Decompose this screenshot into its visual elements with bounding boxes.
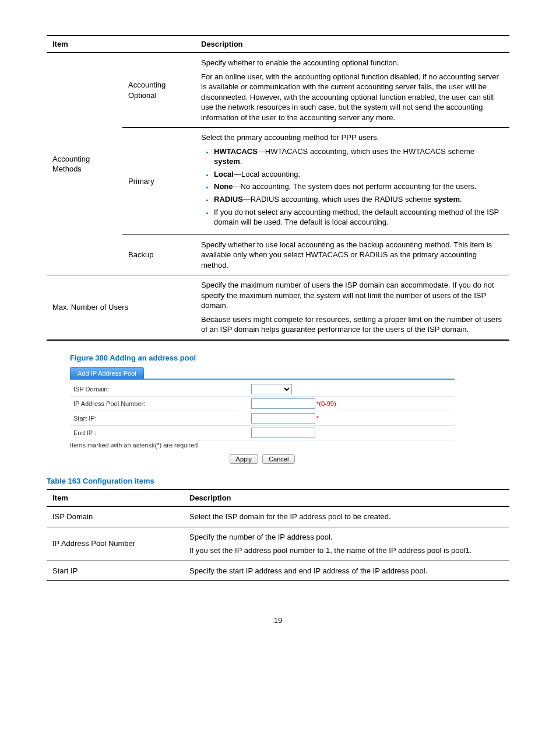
isp-domain-label: ISP Domain: xyxy=(73,386,251,393)
t2-start-ip: Start IP xyxy=(47,561,184,581)
tab-add-ip-pool[interactable]: Add IP Address Pool xyxy=(70,367,144,379)
isp-domain-select[interactable] xyxy=(251,384,292,394)
max-users-label: Max. Number of Users xyxy=(47,275,195,340)
config-items-table: Item Description ISP Domain Select the I… xyxy=(47,489,509,581)
t2-pool-num-desc: Specify the number of the IP address poo… xyxy=(184,527,509,561)
pool-range-hint: *(0-99) xyxy=(316,400,336,407)
primary-sublabel: Primary xyxy=(122,128,195,235)
start-ip-required: * xyxy=(316,415,319,422)
backup-sublabel: Backup xyxy=(122,235,195,275)
required-note: Items marked with an asterisk(*) are req… xyxy=(70,440,455,452)
t2-start-ip-desc: Specify the start IP address and end IP … xyxy=(184,561,509,581)
apply-button[interactable]: Apply xyxy=(230,454,259,464)
table2-caption: Table 163 Configuration items xyxy=(47,477,509,485)
start-ip-input[interactable] xyxy=(251,413,315,424)
end-ip-input[interactable] xyxy=(251,428,315,438)
end-ip-label: End IP : xyxy=(73,429,251,436)
cancel-button[interactable]: Cancel xyxy=(262,454,295,464)
pool-number-label: IP Address Pool Number: xyxy=(73,400,251,407)
figure-caption: Figure 380 Adding an address pool xyxy=(70,354,509,362)
t2-isp-domain-desc: Select the ISP domain for the IP address… xyxy=(184,506,509,527)
start-ip-label: Start IP: xyxy=(73,415,251,422)
col-item: Item xyxy=(47,36,195,52)
pool-number-input[interactable] xyxy=(251,398,315,409)
t2-col-item: Item xyxy=(47,489,184,506)
accounting-optional-sublabel: Accounting Optional xyxy=(122,52,195,128)
t2-col-desc: Description xyxy=(184,489,509,506)
max-users-desc: Specify the maximum number of users the … xyxy=(195,275,509,340)
backup-desc: Specify whether to use local accounting … xyxy=(195,235,509,275)
primary-desc: Select the primary accounting method for… xyxy=(195,128,509,235)
accounting-methods-table: Item Description Accounting Methods Acco… xyxy=(47,35,509,341)
t2-pool-num: IP Address Pool Number xyxy=(47,527,184,561)
accounting-methods-label: Accounting Methods xyxy=(47,52,122,275)
col-desc: Description xyxy=(195,36,509,52)
add-ip-pool-form: Add IP Address Pool ISP Domain: IP Addre… xyxy=(70,366,455,464)
page-number: 19 xyxy=(47,616,509,625)
accounting-optional-desc: Specify whether to enable the accounting… xyxy=(195,52,509,128)
t2-isp-domain: ISP Domain xyxy=(47,506,184,527)
